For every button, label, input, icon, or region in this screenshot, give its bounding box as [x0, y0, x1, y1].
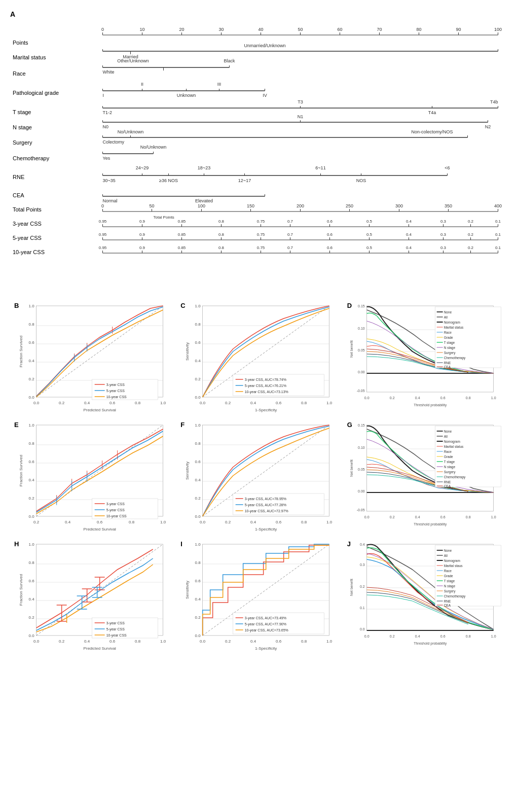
svg-text:5-year CSS: 5-year CSS	[106, 627, 125, 631]
svg-text:Threshold probability: Threshold probability	[414, 403, 447, 407]
svg-text:Total Points: Total Points	[154, 215, 174, 220]
panel-b-svg: 0.0 0.2 0.4 0.6 0.8 1.0	[10, 301, 174, 417]
panel-i: I 0.0 0.2 0.4 0.6 0.8 1.0	[176, 539, 340, 656]
svg-text:Surgery: Surgery	[444, 470, 456, 474]
panel-a-label: A	[10, 10, 507, 18]
panel-c-svg: 0.0 0.2 0.4 0.6 0.8 1.0	[176, 301, 340, 417]
svg-text:0.0: 0.0	[200, 520, 206, 524]
svg-text:0.4: 0.4	[406, 219, 412, 224]
svg-text:-0.05: -0.05	[356, 508, 364, 512]
svg-text:0.2: 0.2	[195, 615, 201, 620]
svg-text:0.6: 0.6	[440, 634, 445, 638]
svg-text:Fraction Survived: Fraction Survived	[19, 574, 23, 606]
panel-g-label: G	[347, 421, 352, 429]
svg-text:10-year CSS, AUC=73.13%: 10-year CSS, AUC=73.13%	[245, 390, 288, 394]
nomogram-svg: 0 10 20 30 40 50 60 70	[94, 21, 507, 285]
svg-text:1.0: 1.0	[195, 423, 201, 428]
panel-h: H 0.0 0.2 0.4 0.6 0.8 1.0	[10, 539, 174, 656]
svg-text:3-year CSS: 3-year CSS	[106, 502, 125, 506]
svg-text:Surgery: Surgery	[444, 351, 456, 355]
svg-text:IV: IV	[263, 93, 267, 98]
svg-text:All: All	[444, 315, 448, 319]
svg-text:I: I	[103, 93, 104, 98]
svg-text:50: 50	[149, 203, 154, 208]
panel-h-svg: 0.0 0.2 0.4 0.6 0.8 1.0 0.0	[10, 539, 174, 656]
nom-label-tstage: T stage	[13, 104, 94, 120]
svg-text:0.4: 0.4	[29, 359, 35, 363]
svg-text:0.0: 0.0	[29, 633, 35, 638]
svg-text:0.0: 0.0	[29, 514, 35, 519]
svg-text:White: White	[103, 69, 115, 75]
svg-text:0.3: 0.3	[360, 563, 365, 567]
svg-text:Predicted Survival: Predicted Survival	[83, 527, 116, 532]
svg-text:CEA: CEA	[444, 365, 451, 369]
svg-text:0.2: 0.2	[29, 496, 35, 501]
svg-text:0.75: 0.75	[257, 232, 265, 237]
svg-text:0.6: 0.6	[29, 460, 35, 464]
nom-label-10yr: 10-year CSS	[13, 245, 94, 259]
nom-label-points: Points	[13, 36, 94, 49]
svg-text:T stage: T stage	[444, 460, 455, 464]
svg-text:-0.05: -0.05	[356, 389, 364, 393]
svg-text:1.0: 1.0	[326, 639, 333, 644]
svg-text:0.2: 0.2	[29, 615, 35, 620]
svg-text:N stage: N stage	[444, 584, 455, 588]
panel-h-label: H	[14, 540, 19, 548]
svg-text:0.95: 0.95	[99, 219, 107, 224]
svg-text:0.75: 0.75	[257, 245, 265, 250]
svg-text:0.2: 0.2	[29, 377, 35, 381]
panel-b: B 0.0 0.2 0.4 0.6 0.8 1.0	[10, 301, 174, 417]
panel-j-chart: 0.4 0.3 0.2 0.1 0.0 0.0 0.2 0.4	[343, 539, 507, 656]
svg-text:Unknown: Unknown	[177, 93, 196, 98]
nom-label-nstage: N stage	[13, 120, 94, 134]
panel-d-chart: 0.15 0.10 0.05 0.00 -0.05 0.0 0.2	[343, 301, 507, 417]
svg-text:200: 200	[297, 203, 304, 208]
svg-text:Nomogram: Nomogram	[444, 321, 460, 325]
svg-text:0.4: 0.4	[415, 634, 420, 638]
svg-text:30~35: 30~35	[103, 178, 116, 183]
svg-text:0.6: 0.6	[276, 639, 282, 644]
svg-text:Net benefit: Net benefit	[349, 579, 353, 596]
panel-e-label: E	[14, 421, 19, 429]
svg-text:0.4: 0.4	[29, 597, 35, 602]
svg-text:0.8: 0.8	[195, 441, 201, 446]
nomogram-labels: Points Marital status Race Pathological …	[13, 21, 94, 286]
svg-text:90: 90	[456, 27, 461, 32]
svg-text:5-year CSS, AUC=77.90%: 5-year CSS, AUC=77.90%	[245, 622, 286, 626]
svg-text:3-year CSS: 3-year CSS	[106, 621, 125, 625]
main-page: A Points Marital status Race Pathologica…	[0, 0, 517, 661]
panel-b-label: B	[14, 302, 19, 309]
panel-f-chart: 0.0 0.2 0.4 0.6 0.8 1.0 0.0	[176, 420, 340, 537]
panel-c: C 0.0 0.2 0.4 0.6 0.8 1.0	[176, 301, 340, 417]
svg-text:No/Unknown: No/Unknown	[118, 129, 144, 134]
svg-text:0.2: 0.2	[59, 401, 65, 405]
svg-text:5-year CSS, AUC=77.28%: 5-year CSS, AUC=77.28%	[245, 503, 286, 507]
svg-text:50: 50	[298, 27, 303, 32]
svg-text:10-year CSS: 10-year CSS	[106, 633, 127, 638]
svg-text:Elevated: Elevated	[195, 198, 213, 203]
panel-f-label: F	[180, 421, 184, 429]
svg-text:1.0: 1.0	[326, 401, 333, 405]
svg-text:T4a: T4a	[428, 110, 436, 115]
svg-text:1.0: 1.0	[29, 423, 35, 428]
svg-text:≥36 NOS: ≥36 NOS	[159, 178, 178, 183]
svg-text:1.0: 1.0	[160, 520, 166, 524]
svg-text:0.9: 0.9	[139, 245, 145, 250]
panel-b-chart: 0.0 0.2 0.4 0.6 0.8 1.0	[10, 301, 174, 417]
nomogram-chart: 0 10 20 30 40 50 60 70	[94, 21, 507, 286]
svg-text:0.3: 0.3	[440, 232, 447, 237]
svg-text:0.1: 0.1	[495, 245, 501, 250]
svg-text:Chemotherapy: Chemotherapy	[444, 356, 465, 360]
svg-text:Fraction Survived: Fraction Survived	[19, 455, 23, 486]
panel-g-svg: 0.15 0.10 0.05 0.00 -0.05 0.0 0.2	[343, 420, 507, 537]
svg-text:0.6: 0.6	[276, 401, 282, 405]
svg-text:0.7: 0.7	[287, 219, 293, 224]
svg-text:Threshold probability: Threshold probability	[414, 522, 447, 526]
svg-text:6~11: 6~11	[315, 165, 325, 170]
svg-text:0.4: 0.4	[84, 639, 90, 644]
panel-d: D 0.15 0.10 0.05 0.00 -0.05	[343, 301, 507, 417]
svg-text:<6: <6	[445, 165, 450, 170]
svg-text:0.95: 0.95	[99, 232, 107, 237]
svg-text:0.9: 0.9	[139, 232, 145, 237]
svg-text:Net benefit: Net benefit	[349, 460, 353, 477]
